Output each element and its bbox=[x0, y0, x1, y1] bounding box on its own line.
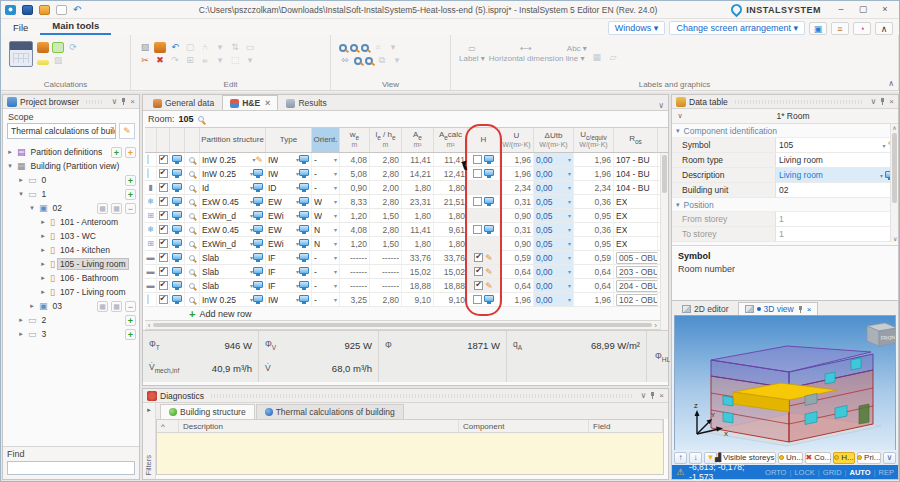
area-value[interactable]: 33,76 bbox=[402, 251, 434, 264]
length-height-value[interactable]: ------ bbox=[370, 279, 402, 292]
pan-icon[interactable]: ⬄ bbox=[339, 55, 351, 66]
new-view-icon[interactable]: ⧉ bbox=[376, 55, 388, 66]
column-header[interactable] bbox=[185, 128, 200, 152]
pin-icon[interactable] bbox=[797, 305, 804, 314]
plus-orange-button[interactable]: + bbox=[125, 147, 136, 158]
width-value[interactable]: 0,90 bbox=[340, 181, 370, 194]
plus-green-button[interactable]: + bbox=[125, 315, 136, 326]
type-visibility-icon[interactable] bbox=[299, 281, 309, 288]
column-header[interactable]: Orient. bbox=[312, 128, 340, 152]
windows-menu-button[interactable]: Windows ▾ bbox=[608, 21, 666, 35]
adjacent-space-cell[interactable]: 203 - OBU bbox=[614, 265, 658, 278]
tree-item[interactable]: ▸▯105 - Living room bbox=[3, 257, 139, 271]
row-visibility-icon[interactable] bbox=[170, 279, 185, 292]
column-header[interactable]: Aecalcm² bbox=[434, 128, 468, 152]
column-header[interactable] bbox=[170, 128, 185, 152]
expander-icon[interactable]: ▸ bbox=[39, 232, 47, 240]
help-globe-icon[interactable]: ◔ bbox=[853, 22, 871, 35]
partition-structure-select[interactable]: Slab▾ bbox=[200, 251, 266, 264]
adjacent-space-button[interactable]: 005 - OBU bbox=[616, 252, 658, 264]
structure-visibility-icon[interactable] bbox=[253, 253, 263, 260]
column-header[interactable]: Ros bbox=[614, 128, 658, 152]
structure-visibility-icon[interactable] bbox=[253, 211, 263, 218]
tree-item[interactable]: ▸▯103 - WC bbox=[3, 229, 139, 243]
tab-general-data[interactable]: General data bbox=[145, 95, 222, 110]
area-calc-value[interactable]: 15,02 bbox=[434, 265, 468, 278]
diagnostics-column-header[interactable]: Field bbox=[589, 420, 663, 432]
zoom-window-icon[interactable] bbox=[354, 57, 362, 65]
width-value[interactable]: 4,08 bbox=[340, 153, 370, 166]
type-visibility-icon[interactable] bbox=[299, 295, 309, 302]
row-visibility-icon[interactable] bbox=[170, 153, 185, 166]
orientation-select[interactable]: -▾ bbox=[312, 167, 340, 180]
heating-surface-cell[interactable] bbox=[468, 167, 500, 180]
partition-structure-select[interactable]: InW 0.25▾ bbox=[200, 167, 266, 180]
area-calc-value[interactable]: 21,51 bbox=[434, 195, 468, 208]
row-visibility-icon[interactable] bbox=[170, 181, 185, 194]
dropdown-icon[interactable]: ▾ bbox=[387, 42, 399, 53]
width-value[interactable]: ------ bbox=[340, 279, 370, 292]
group-icon[interactable]: ⬚ bbox=[229, 55, 241, 66]
row-search-icon[interactable] bbox=[185, 265, 200, 278]
label-button[interactable]: ▭Label ▾ bbox=[459, 44, 485, 63]
delta-utb-select[interactable]: 0,05▾ bbox=[534, 223, 574, 236]
row-select-checkbox[interactable] bbox=[157, 181, 170, 194]
delta-utb-select[interactable]: 0,00▾ bbox=[534, 167, 574, 180]
minus-button[interactable]: − bbox=[125, 301, 136, 312]
structure-visibility-icon[interactable] bbox=[253, 225, 263, 232]
row-select-checkbox[interactable] bbox=[157, 279, 170, 292]
type-visibility-icon[interactable] bbox=[299, 169, 309, 176]
viewer-mode-button[interactable]: ✖Co... bbox=[805, 452, 831, 464]
area-calc-value[interactable]: 1,80 bbox=[434, 181, 468, 194]
structure-visibility-icon[interactable] bbox=[253, 169, 263, 176]
tree-item[interactable]: ▸▭0+ bbox=[3, 173, 139, 187]
pin-icon[interactable] bbox=[649, 391, 656, 400]
structure-visibility-icon[interactable] bbox=[253, 197, 263, 204]
plus-green-button[interactable]: + bbox=[125, 329, 136, 340]
structure-visibility-icon[interactable] bbox=[253, 267, 263, 274]
delta-utb-select[interactable]: 0,00▾ bbox=[534, 293, 574, 306]
type-select[interactable]: IF▾ bbox=[266, 251, 312, 264]
chevron-down-icon[interactable]: ▾ bbox=[881, 142, 885, 149]
copy-icon[interactable]: ▧ bbox=[139, 42, 151, 53]
area-calc-value[interactable]: 33,76 bbox=[434, 251, 468, 264]
viewer-tab-2d-editor[interactable]: 2D editor bbox=[675, 302, 736, 315]
type-select[interactable]: EW▾ bbox=[266, 223, 312, 236]
select-rect-icon[interactable]: ▢ bbox=[184, 42, 196, 53]
plus-green-button[interactable]: + bbox=[125, 189, 136, 200]
area-value[interactable]: 11,41 bbox=[402, 223, 434, 236]
width-value[interactable]: 4,08 bbox=[340, 223, 370, 236]
length-height-value[interactable]: 2,80 bbox=[370, 195, 402, 208]
edit-scope-button[interactable]: ✎ bbox=[119, 123, 135, 139]
pin-icon[interactable] bbox=[879, 97, 886, 106]
delta-utb-select[interactable]: 0,00▾ bbox=[534, 279, 574, 292]
orientation-select[interactable]: -▾ bbox=[312, 279, 340, 292]
column-header[interactable]: Partition structure bbox=[200, 128, 266, 152]
expander-icon[interactable]: ▸ bbox=[17, 330, 25, 338]
mode-auto[interactable]: AUTO bbox=[850, 468, 871, 477]
heating-surface-cell[interactable]: ✎ bbox=[468, 279, 500, 292]
section-header[interactable]: ▾Component identification bbox=[672, 124, 898, 138]
expander-icon[interactable]: ▸ bbox=[39, 260, 47, 268]
width-value[interactable]: 8,33 bbox=[340, 195, 370, 208]
expander-icon[interactable]: ▸ bbox=[17, 176, 25, 184]
panel-menu-icon[interactable]: ∨ bbox=[870, 97, 876, 107]
row-select-checkbox[interactable] bbox=[157, 265, 170, 278]
tab-main-tools[interactable]: Main tools bbox=[40, 18, 111, 35]
length-height-value[interactable]: ------ bbox=[370, 265, 402, 278]
undo-icon[interactable]: ↶ bbox=[73, 5, 81, 15]
area-value[interactable]: 14,21 bbox=[402, 167, 434, 180]
properties-scrollbar[interactable]: ∧∨ bbox=[890, 124, 898, 242]
viewer-mode-button[interactable]: Pri... bbox=[857, 452, 881, 464]
partition-structure-select[interactable]: ExWin_d▾ bbox=[200, 237, 266, 250]
mode-lock[interactable]: LOCK bbox=[794, 468, 814, 477]
dropdown-icon[interactable]: ▾ bbox=[391, 55, 403, 66]
column-header[interactable]: Uc/equivW/(m²·K) bbox=[574, 128, 614, 152]
heating-surface-cell[interactable] bbox=[468, 237, 500, 250]
mode-grid[interactable]: GRID bbox=[823, 468, 842, 477]
new-document-icon[interactable] bbox=[56, 5, 67, 15]
cut-icon[interactable]: ✂ bbox=[139, 55, 151, 66]
length-height-value[interactable]: 2,80 bbox=[370, 167, 402, 180]
tree-item[interactable]: ▾▣02▦▦− bbox=[3, 201, 139, 215]
tree-item[interactable]: ▸▣03▦▦− bbox=[3, 299, 139, 313]
